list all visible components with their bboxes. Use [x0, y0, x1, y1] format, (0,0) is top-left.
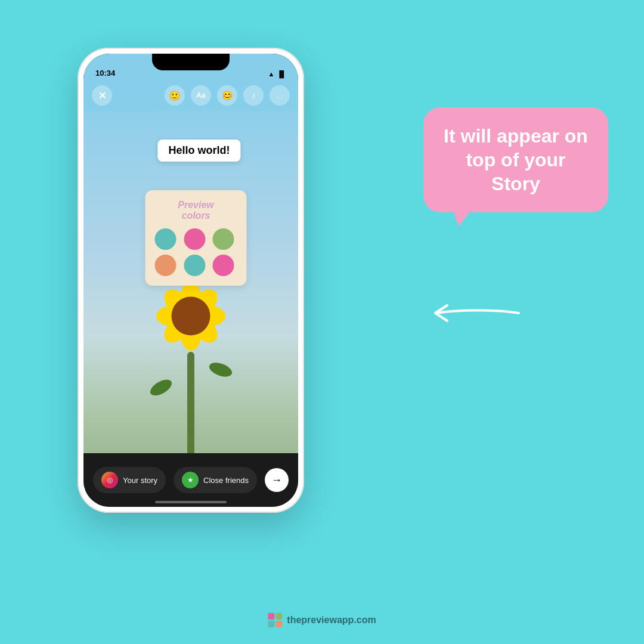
logo-green — [275, 613, 282, 620]
instagram-icon: ◎ — [101, 472, 118, 488]
story-content: Hello world! Previewcolors — [83, 80, 298, 507]
text-button[interactable]: Aa — [191, 85, 211, 106]
more-icon: ... — [276, 92, 283, 99]
stem — [187, 352, 194, 459]
home-indicator — [155, 501, 227, 503]
sticker-button[interactable]: 😊 — [217, 85, 237, 106]
color-grid — [155, 228, 237, 276]
phone-frame: 10:34 ▲ ▐▌ ✕ 🙂 Aa — [78, 48, 304, 513]
more-button[interactable]: ... — [270, 85, 290, 106]
flower-center — [172, 297, 210, 336]
preview-colors-card[interactable]: Previewcolors — [145, 190, 247, 286]
watermark: thepreviewapp.com — [268, 613, 376, 627]
color-dot-pink2 — [213, 255, 234, 276]
hello-sticker[interactable]: Hello world! — [157, 140, 240, 162]
face-icon: 🙂 — [169, 90, 181, 101]
close-button[interactable]: ✕ — [92, 85, 112, 106]
close-friends-option[interactable]: ★ Close friends — [174, 467, 257, 493]
logo-orange — [275, 621, 282, 627]
music-icon: ♪ — [252, 91, 256, 100]
arrow-icon: → — [271, 474, 282, 487]
sunflower-image — [113, 268, 268, 459]
color-dot-sage — [213, 228, 234, 250]
phone-notch — [152, 54, 230, 70]
color-dot-teal — [155, 228, 177, 250]
close-friends-label: Close friends — [203, 476, 249, 485]
close-icon: ✕ — [98, 90, 106, 101]
status-time: 10:34 — [95, 69, 115, 78]
instagram-logo: ◎ — [107, 476, 113, 484]
story-toolbar: ✕ 🙂 Aa 😊 ♪ — [83, 80, 298, 111]
battery-icon: ▐▌ — [277, 70, 286, 78]
star-icon: ★ — [187, 476, 194, 484]
toolbar-right: 🙂 Aa 😊 ♪ ... — [165, 85, 290, 106]
music-button[interactable]: ♪ — [243, 85, 264, 106]
color-dot-peach — [155, 255, 177, 276]
text-icon: Aa — [196, 91, 205, 100]
bubble-text: It will appear on top of your Story — [441, 124, 590, 196]
your-story-option[interactable]: ◎ Your story — [93, 467, 166, 493]
preview-card-title: Previewcolors — [155, 200, 237, 221]
phone-mockup: 10:34 ▲ ▐▌ ✕ 🙂 Aa — [78, 48, 304, 513]
logo-teal — [268, 621, 274, 627]
color-dot-teal2 — [184, 255, 205, 276]
close-friends-icon: ★ — [182, 472, 199, 488]
arrow-annotation — [417, 292, 525, 336]
watermark-url: thepreviewapp.com — [287, 615, 376, 626]
leaf-left — [148, 376, 175, 398]
share-arrow-button[interactable]: → — [265, 468, 289, 492]
face-retouch-button[interactable]: 🙂 — [165, 85, 185, 106]
watermark-logo — [268, 613, 282, 627]
toolbar-left: ✕ — [92, 85, 112, 106]
color-dot-pink — [184, 228, 205, 250]
logo-pink — [268, 613, 274, 620]
status-icons: ▲ ▐▌ — [268, 70, 286, 78]
phone-screen: 10:34 ▲ ▐▌ ✕ 🙂 Aa — [83, 54, 298, 507]
share-bar: ◎ Your story ★ Close friends → — [83, 453, 298, 507]
speech-bubble: It will appear on top of your Story — [423, 107, 608, 212]
wifi-icon: ▲ — [268, 70, 275, 78]
your-story-label: Your story — [123, 476, 157, 485]
sticker-icon: 😊 — [222, 90, 233, 101]
